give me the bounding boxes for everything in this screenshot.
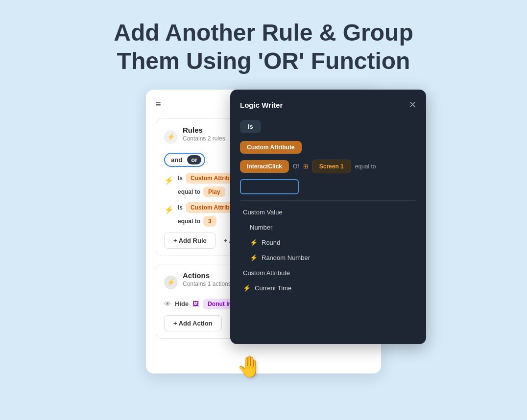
logic-interact-tag[interactable]: InteractClick — [240, 160, 289, 173]
and-button[interactable]: and — [168, 155, 185, 164]
menu-item-random-number[interactable]: ⚡ Random Number — [240, 250, 416, 265]
actions-section-icon: ⚡ — [164, 276, 178, 289]
logic-value-input[interactable] — [240, 179, 299, 194]
action-1-icon: 👁 — [164, 300, 171, 308]
page-title: Add Another Rule & Group Them Using 'OR'… — [0, 0, 527, 90]
rule-1-is: Is — [178, 173, 183, 184]
logic-equal-text: equal to — [355, 163, 376, 170]
time-lightning-icon: ⚡ — [243, 284, 251, 292]
menu-item-round[interactable]: ⚡ Round — [240, 235, 416, 250]
rules-section-icon: ⚡ — [164, 130, 178, 144]
is-badge[interactable]: Is — [240, 120, 261, 133]
rule-2-icon: ⚡ — [164, 205, 174, 214]
logic-screen-tag[interactable]: Screen 1 — [312, 160, 351, 173]
and-or-toggle: and or — [164, 153, 205, 167]
menu-item-current-time[interactable]: ⚡ Current Time — [240, 280, 416, 296]
random-lightning-icon: ⚡ — [250, 254, 258, 261]
logic-of-text: Of — [293, 163, 299, 170]
round-lightning-icon: ⚡ — [250, 239, 258, 246]
logic-screen-icon: ⊞ — [303, 163, 308, 170]
rules-section-label: Rules — [183, 126, 225, 134]
rule-1-value[interactable]: Play — [203, 187, 225, 197]
or-button[interactable]: or — [187, 155, 201, 164]
actions-section-label: Actions — [183, 271, 231, 280]
add-action-button[interactable]: + Add Action — [164, 315, 222, 331]
rule-2-is: Is — [178, 202, 183, 213]
menu-item-custom-value[interactable]: Custom Value — [240, 205, 416, 220]
rule-1-icon: ⚡ — [164, 176, 174, 185]
action-1-type[interactable]: Hide — [175, 298, 189, 309]
rules-section-sublabel: Contains 2 rules — [183, 135, 225, 142]
hamburger-icon[interactable]: ≡ — [156, 99, 161, 110]
rule-1-equal: equal to — [178, 187, 200, 197]
action-1-img-icon: 🖼 — [192, 300, 199, 307]
logic-panel: Logic Writer ✕ Is Custom Attribute Inter… — [230, 90, 426, 344]
menu-item-custom-attribute[interactable]: Custom Attribute — [240, 265, 416, 280]
logic-attr-tag[interactable]: Custom Attribute — [240, 141, 302, 154]
menu-item-number[interactable]: Number — [240, 220, 416, 235]
cursor-hand: 🤚 — [237, 354, 262, 378]
close-button[interactable]: ✕ — [409, 99, 416, 110]
rule-2-value[interactable]: 3 — [203, 216, 216, 227]
logic-title: Logic Writer — [240, 101, 283, 109]
rule-2-equal: equal to — [178, 216, 200, 227]
actions-section-sublabel: Contains 1 actions — [183, 280, 231, 287]
add-rule-button[interactable]: + Add Rule — [164, 233, 216, 249]
